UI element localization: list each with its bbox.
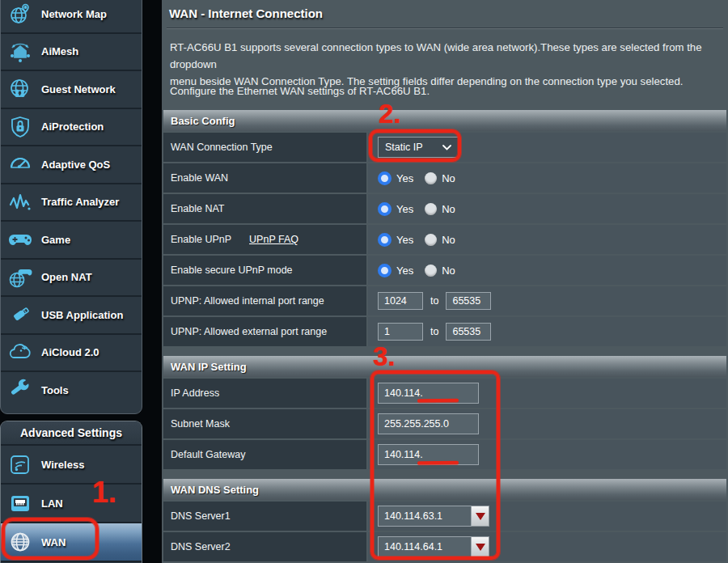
table-row: UPNP: Allowed external port range to: [163, 317, 726, 346]
row-label: IP Address: [163, 379, 366, 408]
wan-connection-type-select[interactable]: Static IP: [378, 137, 459, 158]
table-row: DNS Server1: [163, 502, 726, 531]
sidebar-item-label: LAN: [41, 497, 63, 510]
row-label: Enable UPnP: [171, 234, 231, 245]
sidebar-item-wireless[interactable]: Wireless: [1, 446, 142, 485]
row-label: DNS Server1: [163, 502, 366, 531]
sidebar-item-label: AiMesh: [41, 45, 78, 57]
adaptive-qos-icon: [6, 150, 34, 178]
enable-wan-no-radio[interactable]: [425, 172, 437, 184]
traffic-analyzer-icon: [6, 188, 34, 216]
internal-port-from-input[interactable]: [378, 292, 423, 310]
guest-network-icon: [6, 75, 34, 103]
page-title: WAN - Internet Connection: [169, 6, 323, 20]
ip-address-input[interactable]: [378, 383, 479, 404]
sidebar: Network Map AiMesh Guest Network AiProte…: [0, 0, 144, 563]
dns-server1-input[interactable]: [378, 506, 472, 527]
dns-server2-input[interactable]: [378, 536, 472, 557]
sidebar-item-label: Open NAT: [41, 271, 92, 283]
sidebar-item-usb-application[interactable]: USB Application: [1, 297, 142, 335]
row-label: UPNP: Allowed internal port range: [163, 286, 366, 315]
port-range-separator: to: [430, 295, 438, 307]
sidebar-item-label: AiCloud 2.0: [41, 346, 99, 358]
sidebar-item-guest-network[interactable]: Guest Network: [1, 71, 142, 109]
dns-server1-combo: [378, 506, 489, 527]
sidebar-item-network-map[interactable]: Network Map: [1, 0, 142, 34]
sidebar-item-aimesh[interactable]: AiMesh: [1, 34, 142, 72]
sidebar-item-label: WAN: [41, 536, 66, 548]
configure-hint-text: Configure the Ethernet WAN settings of R…: [170, 85, 430, 97]
aicloud-icon: [6, 339, 34, 366]
wan-ip-setting-header: WAN IP Setting: [163, 356, 726, 377]
table-row: Enable secure UPnP mode Yes No: [163, 256, 726, 285]
open-nat-icon: [6, 264, 34, 291]
internal-port-to-input[interactable]: [446, 292, 491, 310]
row-label: DNS Server2: [163, 532, 366, 561]
page-description: RT-AC66U B1 supports several connection …: [170, 39, 728, 90]
main-content: WAN - Internet Connection RT-AC66U B1 su…: [162, 0, 728, 563]
row-label: Default Gateway: [163, 440, 366, 469]
advanced-settings-panel: Advanced Settings Wireless LAN WAN: [0, 421, 142, 563]
enable-wan-yes-radio[interactable]: [378, 171, 392, 185]
default-gateway-input[interactable]: [378, 444, 479, 465]
wireless-icon: [6, 451, 34, 478]
row-label: Subnet Mask: [163, 409, 366, 438]
table-row: DNS Server2: [163, 532, 726, 561]
port-range-separator: to: [430, 326, 438, 337]
basic-config-header: Basic Config: [163, 110, 726, 131]
row-label: Enable secure UPnP mode: [163, 256, 366, 285]
sidebar-item-game[interactable]: Game: [1, 222, 142, 260]
aimesh-icon: [6, 38, 34, 66]
sidebar-item-label: AiProtection: [41, 121, 104, 133]
network-map-icon: [6, 0, 34, 28]
upnp-faq-link[interactable]: UPnP FAQ: [249, 234, 298, 245]
advanced-settings-header: Advanced Settings: [1, 421, 142, 446]
sidebar-item-open-nat[interactable]: Open NAT: [1, 260, 142, 298]
wan-globe-icon: [6, 528, 34, 556]
external-port-from-input[interactable]: [378, 323, 423, 341]
row-label: Enable NAT: [163, 194, 366, 223]
wan-ip-setting-table: WAN IP Setting IP Address Subnet Mask De…: [163, 356, 726, 471]
table-row: Subnet Mask: [163, 409, 726, 438]
subnet-mask-input[interactable]: [378, 413, 479, 434]
sidebar-item-lan[interactable]: LAN: [1, 485, 142, 523]
enable-secure-upnp-no-radio[interactable]: [425, 265, 437, 277]
enable-upnp-yes-radio[interactable]: [378, 233, 392, 247]
sidebar-item-traffic-analyzer[interactable]: Traffic Analyzer: [1, 184, 142, 222]
selected-option: Static IP: [385, 142, 423, 153]
sidebar-item-label: Game: [41, 234, 70, 246]
table-row: Default Gateway: [163, 440, 726, 469]
sidebar-item-label: Guest Network: [41, 83, 116, 95]
sidebar-item-aiprotection[interactable]: AiProtection: [1, 109, 142, 147]
lan-icon: [6, 489, 34, 517]
tools-icon: [6, 376, 34, 404]
aiprotection-icon: [6, 113, 34, 141]
dns-server1-dropdown-button[interactable]: [472, 506, 489, 527]
enable-secure-upnp-yes-radio[interactable]: [378, 264, 392, 277]
external-port-to-input[interactable]: [446, 323, 491, 341]
sidebar-item-tools[interactable]: Tools: [1, 372, 142, 408]
sidebar-item-adaptive-qos[interactable]: Adaptive QoS: [1, 146, 142, 184]
sidebar-item-label: Traffic Analyzer: [41, 196, 119, 208]
sidebar-item-label: Tools: [41, 384, 69, 396]
basic-config-table: Basic Config WAN Connection Type Static …: [163, 110, 726, 348]
row-label: Enable WAN: [163, 163, 366, 193]
enable-nat-no-radio[interactable]: [425, 203, 437, 215]
enable-upnp-no-radio[interactable]: [425, 234, 437, 246]
sidebar-item-label: Adaptive QoS: [41, 159, 110, 171]
enable-nat-yes-radio[interactable]: [378, 202, 392, 216]
table-row: WAN Connection Type Static IP: [163, 133, 726, 162]
dns-server2-dropdown-button[interactable]: [472, 536, 489, 557]
dropdown-arrow-icon: [476, 544, 485, 551]
sidebar-item-label: Network Map: [41, 8, 107, 20]
sidebar-item-wan[interactable]: WAN: [1, 523, 142, 562]
dropdown-arrow-icon: [476, 513, 485, 520]
table-row: Enable WAN Yes No: [163, 163, 726, 193]
title-divider: [167, 28, 723, 29]
row-label: UPNP: Allowed external port range: [163, 317, 366, 346]
sidebar-item-aicloud[interactable]: AiCloud 2.0: [1, 335, 142, 373]
wan-dns-setting-header: WAN DNS Setting: [163, 479, 726, 500]
table-row: Enable UPnP UPnP FAQ Yes No: [163, 225, 726, 254]
dns-server2-combo: [378, 536, 489, 557]
main-nav-panel: Network Map AiMesh Guest Network AiProte…: [0, 0, 142, 414]
